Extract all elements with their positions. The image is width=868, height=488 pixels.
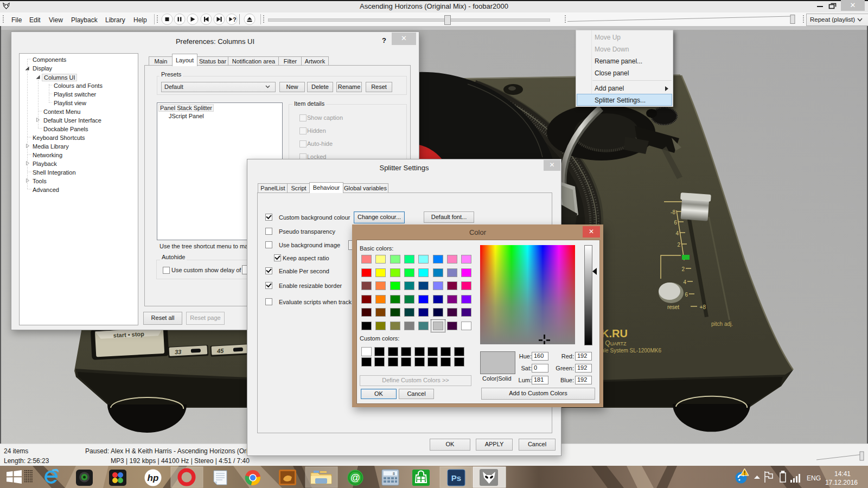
svg-text:s QUARTZ: s QUARTZ [600,339,627,347]
svg-text:ENG: ENG [807,474,821,482]
svg-text:14:41: 14:41 [834,470,851,478]
svg-text:2: 2 [681,266,685,272]
svg-text:6: 6 [674,220,677,226]
svg-text:2: 2 [677,242,680,248]
svg-text:pitch adj.: pitch adj. [711,321,733,327]
svg-text:reset: reset [667,304,679,310]
svg-text:+8: +8 [700,304,706,310]
svg-text:6: 6 [685,292,688,298]
svg-text:table System SL-1200MK6: table System SL-1200MK6 [597,348,661,354]
svg-text:-8: -8 [671,209,675,215]
svg-text:K.RU: K.RU [601,328,628,339]
svg-text:17.12.2016: 17.12.2016 [825,479,858,486]
svg-text:Ps: Ps [451,473,461,483]
svg-text:@: @ [350,472,360,483]
svg-text:4: 4 [683,279,686,285]
svg-text:33: 33 [175,349,182,356]
svg-text:45: 45 [216,348,225,355]
svg-text:4: 4 [675,230,679,236]
svg-text:?: ? [233,16,237,23]
svg-text:8: 8 [393,472,395,476]
svg-text:hp: hp [148,473,159,483]
